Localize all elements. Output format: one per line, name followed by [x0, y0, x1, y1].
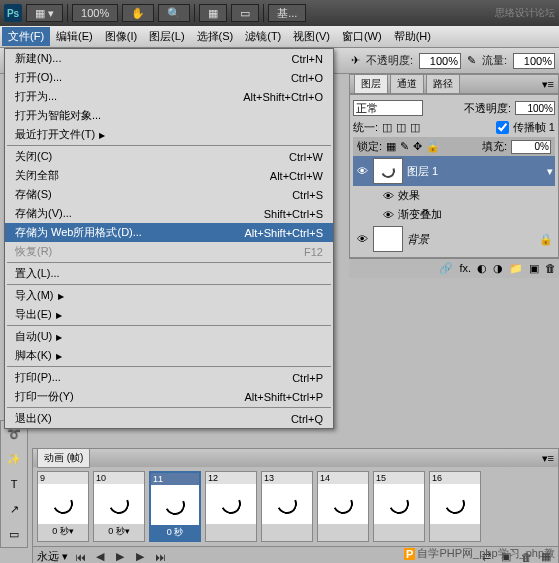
zoom-field[interactable]: 100%	[72, 4, 118, 22]
menu-edit[interactable]: 编辑(E)	[50, 27, 99, 46]
effects-row[interactable]: 👁效果	[353, 186, 555, 205]
panel-menu-icon[interactable]: ▾≡	[542, 452, 554, 465]
first-frame-icon[interactable]: ⏮	[72, 550, 88, 564]
gradient-overlay-row[interactable]: 👁渐变叠加	[353, 205, 555, 224]
animation-frame[interactable]: 15	[373, 471, 425, 542]
flow-label: 流量:	[482, 53, 507, 68]
pressure-icon[interactable]: ✎	[467, 54, 476, 67]
wand-icon[interactable]: ✨	[2, 447, 26, 471]
folder-icon[interactable]: 📁	[509, 262, 523, 275]
site-watermark: 思络设计论坛	[495, 6, 555, 20]
menu-image[interactable]: 图像(I)	[99, 27, 143, 46]
next-frame-icon[interactable]: ▶	[132, 550, 148, 564]
last-frame-icon[interactable]: ⏭	[152, 550, 168, 564]
unify-position-icon[interactable]: ◫	[382, 121, 392, 134]
menu-item[interactable]: 打印一份(Y)Alt+Shift+Ctrl+P	[5, 387, 333, 406]
new-layer-icon[interactable]: ▣	[529, 262, 539, 275]
prev-frame-icon[interactable]: ◀	[92, 550, 108, 564]
tab-channels[interactable]: 通道	[390, 74, 424, 94]
loop-select[interactable]: 永远 ▾	[37, 549, 68, 563]
menu-item[interactable]: 导出(E)	[5, 305, 333, 324]
shape-icon[interactable]: ▭	[2, 522, 26, 546]
animation-tab[interactable]: 动画 (帧)	[37, 448, 90, 468]
menu-item[interactable]: 打开(O)...Ctrl+O	[5, 68, 333, 87]
layers-panel: 正常 不透明度: 统一: ◫ ◫ ◫ 传播帧 1 锁定: ▦ ✎ ✥ 🔒 填充:…	[349, 94, 559, 258]
layer-row-1[interactable]: 👁 图层 1 ▾	[353, 156, 555, 186]
app-bar: Ps ▦ ▾ 100% ✋ 🔍 ▦ ▭ 基... 思络设计论坛	[0, 0, 559, 26]
zoom-icon[interactable]: 🔍	[158, 4, 190, 22]
path-icon[interactable]: ↗	[2, 497, 26, 521]
lock-paint-icon[interactable]: ✎	[400, 140, 409, 153]
link-icon[interactable]: 🔗	[439, 262, 453, 275]
opacity-label-2: 不透明度:	[464, 101, 511, 116]
menu-item[interactable]: 存储为 Web所用格式(D)...Alt+Shift+Ctrl+S	[5, 223, 333, 242]
bg-label: 背景	[407, 232, 429, 247]
visibility-icon[interactable]: 👁	[355, 233, 369, 245]
menu-item[interactable]: 存储(S)Ctrl+S	[5, 185, 333, 204]
menu-item[interactable]: 新建(N)...Ctrl+N	[5, 49, 333, 68]
menu-layer[interactable]: 图层(L)	[143, 27, 190, 46]
layer-row-bg[interactable]: 👁 背景 🔒	[353, 224, 555, 254]
menu-filter[interactable]: 滤镜(T)	[239, 27, 287, 46]
menu-item[interactable]: 脚本(K)	[5, 346, 333, 365]
menubar: 文件(F) 编辑(E) 图像(I) 图层(L) 选择(S) 滤镜(T) 视图(V…	[0, 26, 559, 48]
unify-style-icon[interactable]: ◫	[410, 121, 420, 134]
type-icon[interactable]: T	[2, 472, 26, 496]
menu-file[interactable]: 文件(F)	[2, 27, 50, 46]
panel-menu-icon[interactable]: ▾≡	[542, 78, 554, 91]
unify-visibility-icon[interactable]: ◫	[396, 121, 406, 134]
menu-item[interactable]: 导入(M)	[5, 286, 333, 305]
lock-move-icon[interactable]: ✥	[413, 140, 422, 153]
animation-frame[interactable]: 12	[205, 471, 257, 542]
adjust-icon[interactable]: ◑	[493, 262, 503, 275]
toolbox: ➰ ✨ T ↗ ▭	[0, 420, 28, 548]
trash-icon[interactable]: 🗑	[545, 262, 556, 275]
flow-input[interactable]	[513, 53, 555, 69]
menu-item[interactable]: 最近打开文件(T)	[5, 125, 333, 144]
fill-input[interactable]	[511, 140, 551, 154]
animation-frame[interactable]: 100 秒▾	[93, 471, 145, 542]
animation-frame[interactable]: 90 秒▾	[37, 471, 89, 542]
menu-item[interactable]: 打印(P)...Ctrl+P	[5, 368, 333, 387]
animation-frame[interactable]: 110 秒	[149, 471, 201, 542]
layout-dropdown[interactable]: ▦ ▾	[26, 4, 63, 22]
visibility-icon[interactable]: 👁	[355, 165, 369, 177]
bg-thumb	[373, 226, 403, 252]
screen-mode-icon[interactable]: ▭	[231, 4, 259, 22]
menu-item[interactable]: 打开为...Alt+Shift+Ctrl+O	[5, 87, 333, 106]
file-menu-dropdown: 新建(N)...Ctrl+N打开(O)...Ctrl+O打开为...Alt+Sh…	[4, 48, 334, 429]
opacity-input[interactable]	[419, 53, 461, 69]
menu-select[interactable]: 选择(S)	[191, 27, 240, 46]
airbrush-icon[interactable]: ✈	[351, 54, 360, 67]
lock-all-icon[interactable]: 🔒	[426, 140, 440, 153]
fx-icon[interactable]: fx.	[459, 262, 471, 275]
menu-window[interactable]: 窗口(W)	[336, 27, 388, 46]
lock-trans-icon[interactable]: ▦	[386, 140, 396, 153]
animation-frame[interactable]: 16	[429, 471, 481, 542]
menu-item[interactable]: 打开为智能对象...	[5, 106, 333, 125]
play-icon[interactable]: ▶	[112, 550, 128, 564]
animation-frame[interactable]: 13	[261, 471, 313, 542]
menu-help[interactable]: 帮助(H)	[388, 27, 437, 46]
animation-frame[interactable]: 14	[317, 471, 369, 542]
layer-opacity-input[interactable]	[515, 101, 555, 115]
layer-name: 图层 1	[407, 164, 438, 179]
doc-name[interactable]: 基...	[268, 4, 306, 22]
menu-item[interactable]: 关闭(C)Ctrl+W	[5, 147, 333, 166]
mask-icon[interactable]: ◐	[477, 262, 487, 275]
menu-item[interactable]: 自动(U)	[5, 327, 333, 346]
fx-toggle-icon[interactable]: ▾	[547, 165, 553, 178]
propagate-checkbox[interactable]	[496, 121, 509, 134]
menu-item[interactable]: 退出(X)Ctrl+Q	[5, 409, 333, 428]
arrange-icon[interactable]: ▦	[199, 4, 227, 22]
menu-item[interactable]: 关闭全部Alt+Ctrl+W	[5, 166, 333, 185]
tab-paths[interactable]: 路径	[426, 74, 460, 94]
menu-view[interactable]: 视图(V)	[287, 27, 336, 46]
hand-icon[interactable]: ✋	[122, 4, 154, 22]
frames-strip: 90 秒▾100 秒▾110 秒1213141516	[33, 467, 558, 546]
menu-item[interactable]: 置入(L)...	[5, 264, 333, 283]
menu-item[interactable]: 存储为(V)...Shift+Ctrl+S	[5, 204, 333, 223]
tab-layers[interactable]: 图层	[354, 74, 388, 94]
blend-mode-select[interactable]: 正常	[353, 100, 423, 116]
opacity-label: 不透明度:	[366, 53, 413, 68]
